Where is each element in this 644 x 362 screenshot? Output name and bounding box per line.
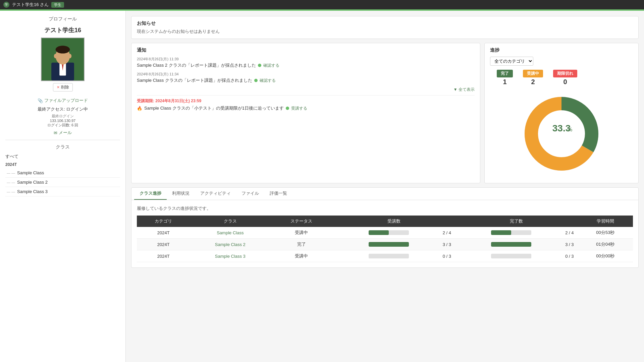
svg-point-5	[56, 46, 70, 53]
row2-class: Sample Class 2	[190, 239, 270, 250]
delete-photo-button[interactable]: ✕ 削除	[53, 83, 73, 92]
row2-complete: 3 / 3	[455, 239, 578, 250]
in-progress-badge: 受講中	[523, 70, 543, 77]
expired-badge: 期限切れ	[553, 70, 577, 77]
class-item-sample3[interactable]: — — Sample Class 3	[5, 187, 120, 196]
main-content: お知らせ 現在システムからのお知らせはありません 通知 2024年8月26日(月…	[126, 11, 644, 362]
row3-class: Sample Class 3	[190, 250, 270, 262]
topbar-role: 学生	[51, 2, 64, 8]
row2-enrollment: 3 / 3	[333, 239, 455, 250]
row1-time: 00分53秒	[578, 227, 633, 239]
complete-bar-2	[491, 242, 531, 247]
notice-title: お知らせ	[137, 20, 633, 26]
col-enrollment: 受講数	[333, 216, 455, 227]
complete-fill-2	[491, 242, 531, 247]
row1-complete: 2 / 4	[455, 227, 578, 239]
table-row: 2024T Sample Class 3 受講中 0 / 3	[137, 250, 633, 262]
paperclip-icon: 📎	[38, 98, 43, 103]
expired-count: 0	[563, 78, 567, 86]
svg-point-7	[68, 54, 71, 59]
progress-stats: 完了 1 受講中 2 期限切れ 0	[497, 70, 633, 86]
green-dot-3	[286, 107, 289, 110]
row3-status: 受講中	[270, 250, 333, 262]
row3-category: 2024T	[137, 250, 190, 262]
donut-chart: 33.3 %	[516, 88, 607, 179]
notif-link-2[interactable]: 確認する	[260, 78, 276, 83]
category-select[interactable]: 全てのカテゴリ	[490, 57, 533, 66]
svg-point-6	[54, 54, 57, 59]
complete-count-3: 0 / 3	[565, 254, 574, 259]
class-item-sample2[interactable]: — — Sample Class 2	[5, 178, 120, 187]
row2-time: 01分04秒	[578, 239, 633, 250]
progress-table: カテゴリ クラス ステータス 受講数 完了数 学習時間 2024T Sample…	[137, 216, 633, 262]
class-name-1: Sample Class	[17, 170, 44, 175]
notif-title: 通知	[137, 47, 475, 53]
class-dash-icon: — —	[7, 171, 15, 175]
notif-link-1[interactable]: 確認する	[263, 63, 279, 68]
deadline-label: 受講期限: 2024年8月31日(土) 23:59	[137, 98, 475, 104]
x-icon: ✕	[57, 85, 60, 89]
tab-usage[interactable]: 利用状況	[167, 188, 195, 200]
col-time: 学習時間	[578, 216, 633, 227]
tab-class-progress[interactable]: クラス進捗	[134, 188, 167, 200]
table-row: 2024T Sample Class 2 完了 3 / 3	[137, 239, 633, 250]
notice-text: 現在システムからのお知らせはありません	[137, 28, 633, 35]
notif-date-1: 2024年8月26日(月) 11:39	[137, 57, 475, 62]
class-name-2: Sample Class 2	[17, 180, 48, 185]
avatar	[41, 38, 85, 81]
progress-box: 進捗 全てのカテゴリ 完了 1 受講中 2 期限切れ 0	[484, 43, 639, 183]
show-all-button[interactable]: ▼ 全て表示	[137, 87, 475, 93]
main-container: プロフィール テスト学生16	[0, 11, 644, 362]
mail-link[interactable]: ✉ メール	[54, 130, 72, 136]
svg-text:%: %	[568, 127, 572, 132]
stat-in-progress: 受講中 2	[523, 70, 543, 86]
tab-files[interactable]: ファイル	[236, 188, 264, 200]
col-status: ステータス	[270, 216, 333, 227]
deadline-section: 受講期限: 2024年8月31日(土) 23:59 🔥 Sample Class…	[137, 95, 475, 111]
tab-evaluation[interactable]: 評価一覧	[264, 188, 292, 200]
tab-activity[interactable]: アクティビティ	[195, 188, 236, 200]
notif-content-1: Sample Class 2 クラスの「レポート課題」が採点されました 確認する	[137, 62, 475, 68]
profile-name: テスト学生16	[5, 26, 120, 34]
complete-fill-1	[491, 230, 511, 235]
row2-category: 2024T	[137, 239, 190, 250]
notif-item-2: 2024年8月26日(月) 11:34 Sample Class クラスの「レポ…	[137, 72, 475, 83]
tabs-description: 履修しているクラスの進捗状況です。	[137, 205, 633, 212]
tabs-content: 履修しているクラスの進捗状況です。 カテゴリ クラス ステータス 受講数 完了数…	[131, 200, 638, 267]
file-upload-link[interactable]: 📎 ファイルアップロード	[38, 98, 88, 104]
svg-point-11	[539, 112, 584, 156]
donut-chart-container: 33.3 %	[490, 88, 633, 179]
sidebar: プロフィール テスト学生16	[0, 11, 126, 362]
complete-count: 1	[503, 78, 506, 86]
row3-complete: 0 / 3	[455, 250, 578, 262]
topbar-username: テスト学生16 さん	[12, 2, 49, 8]
row2-status: 完了	[270, 239, 333, 250]
profile-section-title: プロフィール	[5, 16, 120, 22]
row3-enrollment: 0 / 3	[333, 250, 455, 262]
row1-category: 2024T	[137, 227, 190, 239]
enrollment-bar-3	[369, 254, 409, 258]
last-access-info: 最終アクセス: ログイン中	[5, 106, 120, 112]
class-dash-icon-2: — —	[7, 180, 15, 184]
notif-text-1: Sample Class 2 クラスの「レポート課題」が採点されました	[137, 62, 256, 68]
notif-content-2: Sample Class クラスの「レポート課題」が採点されました 確認する	[137, 77, 475, 83]
row1-status: 受講中	[270, 227, 333, 239]
complete-badge: 完了	[497, 70, 513, 77]
deadline-text: Sample Class クラスの「小テスト」の受講期限が1日後に迫っています	[144, 105, 284, 111]
row3-time: 00分00秒	[578, 250, 633, 262]
green-dot-1	[258, 64, 261, 67]
avatar-container: ✕ 削除	[5, 38, 120, 92]
deadline-link[interactable]: 受講する	[291, 106, 307, 111]
col-class: クラス	[190, 216, 270, 227]
enrollment-count-3: 0 / 3	[443, 254, 451, 259]
enrollment-bar-1	[369, 230, 409, 235]
class-item-sample1[interactable]: — — Sample Class	[5, 168, 120, 178]
progress-title: 進捗	[490, 47, 633, 53]
notif-item-1: 2024年8月26日(月) 11:39 Sample Class 2 クラスの「…	[137, 57, 475, 68]
class-dash-icon-3: — —	[7, 190, 15, 194]
class-all-label[interactable]: すべて	[5, 153, 120, 160]
stat-complete: 完了 1	[497, 70, 513, 86]
login-count: ログイン回数: 6 回	[5, 123, 120, 128]
notice-box: お知らせ 現在システムからのお知らせはありません	[131, 16, 639, 39]
fire-icon: 🔥	[137, 106, 142, 111]
